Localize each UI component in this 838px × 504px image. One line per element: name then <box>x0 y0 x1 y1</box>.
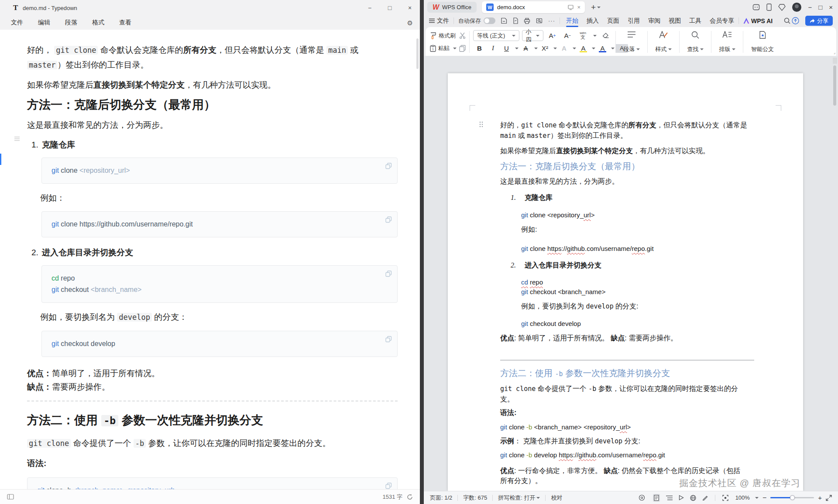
page-view-button[interactable] <box>653 494 660 502</box>
document-scrollbar[interactable] <box>833 58 837 106</box>
strikethrough-button[interactable]: A <box>519 43 532 54</box>
proofread-button[interactable]: 校对 <box>551 494 562 502</box>
zoom-in-button[interactable]: + <box>818 494 822 501</box>
italic-button[interactable]: I <box>487 43 499 54</box>
menu-view[interactable]: 查看 <box>119 19 131 27</box>
font-size-select[interactable]: 小四 <box>522 30 543 41</box>
close-button[interactable]: × <box>400 0 420 16</box>
word-count[interactable]: 字数: 675 <box>463 494 487 502</box>
page-indicator[interactable]: 页面: 1/2 <box>430 494 452 502</box>
mobile-icon[interactable] <box>766 3 772 11</box>
fit-page-icon[interactable] <box>826 495 832 501</box>
maximize-button[interactable]: □ <box>380 0 400 16</box>
code-block[interactable]: git clone <repository_url> <box>41 158 398 184</box>
smart-doc-button[interactable]: ★ 智能公文 <box>747 30 778 54</box>
superscript-button[interactable]: X² <box>539 43 551 54</box>
tab-home[interactable]: 开始 <box>566 14 578 27</box>
code-block[interactable]: cd repo git checkout <branch_name> <box>41 265 398 303</box>
scrollbar-up-arrow[interactable] <box>833 58 837 64</box>
sidebar-toggle-icon[interactable] <box>7 494 14 500</box>
text-effects-button[interactable]: A <box>558 43 570 54</box>
layout-group-button[interactable]: 排版 <box>715 30 739 54</box>
menu-edit[interactable]: 编辑 <box>38 19 50 27</box>
copy-icon[interactable] <box>385 271 392 277</box>
web-layout-icon[interactable] <box>690 495 696 501</box>
markdown-editor[interactable]: 好的， git clone 命令默认会克隆仓库的所有分支，但只会将默认分支（通常… <box>0 30 420 489</box>
tab-review[interactable]: 审阅 <box>648 14 660 27</box>
format-painter-button[interactable]: 格式刷 <box>430 30 457 41</box>
shrink-font-button[interactable]: A− <box>561 30 574 41</box>
paragraph-group-button[interactable]: 段落 <box>619 30 644 54</box>
tab-member[interactable]: 会员专享 <box>710 14 734 27</box>
list-handle-icon[interactable] <box>14 136 20 141</box>
paragraph-drag-handle-icon[interactable] <box>479 121 483 127</box>
menu-paragraph[interactable]: 段落 <box>65 19 77 27</box>
copy-icon[interactable] <box>385 163 392 169</box>
font-family-select[interactable]: 等线 (正文) <box>473 30 519 41</box>
recenter-icon[interactable] <box>639 494 645 501</box>
outline-view-icon[interactable] <box>666 495 673 501</box>
copy-button[interactable] <box>459 43 466 54</box>
menu-format[interactable]: 格式 <box>92 19 104 27</box>
refresh-icon[interactable] <box>407 494 413 500</box>
minimize-button[interactable]: − <box>808 3 812 11</box>
menu-file[interactable]: 文件 <box>11 19 23 27</box>
wps-home-tab[interactable]: W WPS Office <box>427 2 477 13</box>
print-icon[interactable] <box>524 18 530 24</box>
play-slideshow-icon[interactable] <box>679 495 684 501</box>
print-preview-icon[interactable] <box>536 18 543 24</box>
code-block[interactable]: git clone https://github.com/username/re… <box>41 211 398 237</box>
underline-button[interactable]: U <box>500 43 513 54</box>
editor-scrollbar[interactable] <box>416 38 419 69</box>
tab-reference[interactable]: 引用 <box>628 14 640 27</box>
new-tab-button[interactable]: + <box>591 3 596 12</box>
focus-mode-icon[interactable] <box>722 495 728 501</box>
document-text[interactable]: 好的，git clone 命令默认会克隆仓库的所有分支，但只会将默认分支（通常是… <box>500 120 747 486</box>
document-page[interactable]: 好的，git clone 命令默认会克隆仓库的所有分支，但只会将默认分支（通常是… <box>448 73 803 491</box>
zoom-slider-thumb[interactable] <box>790 495 795 500</box>
phonetic-chevron-icon[interactable] <box>593 35 597 37</box>
clear-format-button[interactable] <box>599 30 612 41</box>
screen-mode-icon[interactable] <box>568 5 574 10</box>
minimize-button[interactable]: − <box>360 0 380 16</box>
tab-list-chevron-icon[interactable] <box>597 7 601 8</box>
document-area[interactable]: 好的，git clone 命令默认会克隆仓库的所有分支，但只会将默认分支（通常是… <box>424 56 838 491</box>
cut-button[interactable] <box>459 30 466 41</box>
share-button[interactable]: 分享 <box>805 16 833 26</box>
styles-group-button[interactable]: 样式 <box>651 30 676 54</box>
code-block[interactable]: git checkout develop <box>41 331 398 357</box>
bold-button[interactable]: B <box>473 43 486 54</box>
close-button[interactable]: × <box>829 3 833 11</box>
scrollbar-thumb[interactable] <box>833 65 836 106</box>
document-tab[interactable]: W demo.docx × <box>482 1 585 13</box>
grow-font-button[interactable]: A+ <box>546 30 559 41</box>
spellcheck-status[interactable]: 拼写检查: 打开 <box>498 494 535 502</box>
copy-icon[interactable] <box>385 483 392 489</box>
zoom-out-button[interactable]: − <box>762 494 766 502</box>
file-menu[interactable]: 文件 <box>429 17 449 25</box>
export-pdf-icon[interactable] <box>513 17 518 24</box>
font-color-button[interactable]: A <box>596 43 609 54</box>
tab-close-icon[interactable]: × <box>577 4 580 10</box>
maximize-button[interactable]: □ <box>818 3 822 11</box>
tab-page[interactable]: 页面 <box>607 14 619 27</box>
zoom-level[interactable]: 100% <box>735 494 750 501</box>
search-icon[interactable] <box>784 17 790 24</box>
find-group-button[interactable]: 查找 <box>683 30 707 54</box>
highlight-color-button[interactable]: A <box>577 43 590 54</box>
font-dialog-launcher-icon[interactable]: ⌟ <box>834 50 835 55</box>
copy-icon[interactable] <box>385 336 392 343</box>
user-avatar[interactable] <box>792 3 801 12</box>
more-icon[interactable]: ··· <box>548 17 555 24</box>
tab-tools[interactable]: 工具 <box>689 14 701 27</box>
wps-ai-button[interactable]: WPS AI <box>743 17 773 24</box>
ink-annotate-icon[interactable] <box>702 495 708 501</box>
paste-button[interactable]: 1 粘贴 <box>430 43 457 54</box>
save-icon[interactable] <box>501 17 507 24</box>
cloud-upload-icon[interactable] <box>792 17 799 24</box>
tab-insert[interactable]: 插入 <box>587 14 599 27</box>
assistant-icon[interactable] <box>752 3 760 11</box>
code-block[interactable]: git clone -b <branch_name> <repository_u… <box>27 477 398 489</box>
tab-view[interactable]: 视图 <box>669 14 681 27</box>
autosave-toggle[interactable] <box>484 17 495 24</box>
